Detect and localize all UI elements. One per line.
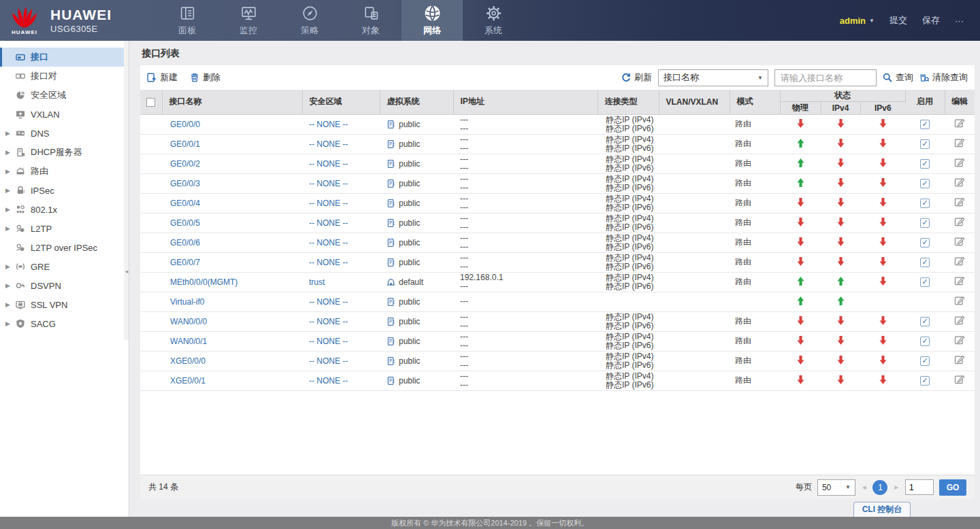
sidebar-item-dns[interactable]: ▶DNS: [0, 124, 129, 143]
edit-button[interactable]: [954, 137, 965, 148]
enable-checkbox[interactable]: ✓: [920, 199, 930, 208]
nav-tab-policy[interactable]: 策略: [279, 0, 340, 41]
sidebar-collapse-handle[interactable]: ◂: [124, 264, 129, 279]
interface-name-link[interactable]: GE0/0/1: [170, 139, 200, 149]
expand-arrow-icon[interactable]: ▶: [2, 282, 15, 289]
cli-console-button[interactable]: CLI 控制台: [853, 502, 911, 517]
expand-arrow-icon[interactable]: ▶: [2, 225, 15, 232]
edit-button[interactable]: [954, 216, 965, 227]
edit-button[interactable]: [954, 295, 965, 306]
nav-tab-panel[interactable]: 面板: [157, 0, 218, 41]
more-button[interactable]: ···: [955, 16, 964, 26]
clear-query-button[interactable]: 清除查询: [919, 71, 968, 84]
sidebar-item-ssl-vpn[interactable]: ▶SSL VPN: [0, 295, 129, 314]
enable-checkbox[interactable]: ✓: [920, 356, 930, 366]
interface-name-link[interactable]: WAN0/0/1: [170, 337, 207, 346]
expand-arrow-icon[interactable]: ▶: [2, 301, 15, 308]
sidebar-item-gre[interactable]: ▶GRE: [0, 257, 129, 276]
security-zone-link[interactable]: -- NONE --: [309, 179, 348, 188]
per-page-select[interactable]: 50 ▼: [817, 479, 855, 496]
security-zone-link[interactable]: -- NONE --: [309, 356, 348, 366]
edit-button[interactable]: [954, 118, 965, 129]
security-zone-link[interactable]: -- NONE --: [309, 337, 348, 346]
edit-button[interactable]: [954, 354, 965, 365]
edit-button[interactable]: [954, 374, 965, 385]
enable-checkbox[interactable]: ✓: [920, 238, 930, 248]
refresh-button[interactable]: 刷新: [621, 71, 652, 84]
edit-button[interactable]: [954, 157, 965, 168]
enable-checkbox[interactable]: ✓: [920, 159, 930, 169]
expand-arrow-icon[interactable]: ▶: [2, 130, 15, 137]
enable-checkbox[interactable]: ✓: [920, 376, 930, 386]
sidebar-item-l2tp-over-ipsec[interactable]: L2TP over IPSec: [0, 238, 129, 257]
expand-arrow-icon[interactable]: ▶: [2, 187, 15, 194]
enable-checkbox[interactable]: ✓: [920, 179, 930, 188]
edit-button[interactable]: [954, 197, 965, 207]
interface-name-link[interactable]: GE0/0/2: [170, 159, 200, 169]
sidebar-item-l2tp[interactable]: ▶L2TP: [0, 219, 129, 238]
interface-name-link[interactable]: GE0/0/5: [170, 218, 200, 228]
security-zone-link[interactable]: -- NONE --: [309, 159, 348, 169]
enable-checkbox[interactable]: ✓: [920, 337, 930, 346]
security-zone-link[interactable]: -- NONE --: [309, 199, 348, 208]
sidebar-item-interface-pair[interactable]: 接口对: [0, 67, 129, 86]
nav-tab-monitor[interactable]: 监控: [218, 0, 279, 41]
security-zone-link[interactable]: -- NONE --: [309, 218, 348, 228]
filter-field-select[interactable]: 接口名称 ▼: [658, 69, 768, 86]
security-zone-link[interactable]: -- NONE --: [309, 297, 348, 307]
edit-button[interactable]: [954, 177, 965, 188]
sidebar-scrollbar[interactable]: [124, 41, 129, 340]
edit-button[interactable]: [954, 256, 965, 267]
edit-button[interactable]: [954, 315, 965, 326]
interface-name-link[interactable]: XGE0/0/1: [170, 376, 206, 386]
nav-tab-network[interactable]: 网络: [402, 0, 463, 41]
go-button[interactable]: GO: [939, 479, 966, 496]
sidebar-item-vxlan[interactable]: VXLAN: [0, 105, 129, 124]
enable-checkbox[interactable]: ✓: [920, 120, 930, 129]
page-number-input[interactable]: [905, 479, 934, 495]
search-input[interactable]: [774, 69, 877, 86]
expand-arrow-icon[interactable]: ▶: [2, 168, 15, 175]
enable-checkbox[interactable]: ✓: [920, 139, 930, 149]
security-zone-link[interactable]: -- NONE --: [309, 120, 348, 129]
interface-name-link[interactable]: GE0/0/7: [170, 258, 200, 267]
current-page-badge[interactable]: 1: [872, 480, 887, 495]
interface-name-link[interactable]: WAN0/0/0: [170, 317, 207, 326]
select-all-checkbox[interactable]: [146, 98, 155, 107]
interface-name-link[interactable]: XGE0/0/0: [170, 356, 206, 366]
edit-button[interactable]: [954, 335, 965, 345]
enable-checkbox[interactable]: ✓: [920, 277, 930, 287]
next-page-arrow[interactable]: ▸: [893, 483, 900, 492]
expand-arrow-icon[interactable]: ▶: [2, 206, 15, 213]
prev-page-arrow[interactable]: ◂: [861, 483, 868, 492]
edit-button[interactable]: [954, 236, 965, 247]
new-button[interactable]: 新建: [147, 71, 178, 84]
sidebar-item-dsvpn[interactable]: ▶DSVPN: [0, 276, 129, 295]
sidebar-item-interface[interactable]: 接口: [0, 48, 129, 67]
expand-arrow-icon[interactable]: ▶: [2, 320, 15, 327]
security-zone-link[interactable]: -- NONE --: [309, 258, 348, 267]
sidebar-item-route[interactable]: ▶路由: [0, 162, 129, 181]
security-zone-link[interactable]: -- NONE --: [309, 317, 348, 326]
sidebar-item-sacg[interactable]: ▶SACG: [0, 314, 129, 333]
query-button[interactable]: 查询: [883, 71, 913, 84]
admin-menu[interactable]: admin ▼: [840, 16, 875, 26]
interface-name-link[interactable]: GE0/0/0: [170, 120, 200, 129]
interface-name-link[interactable]: GE0/0/6: [170, 238, 200, 248]
enable-checkbox[interactable]: ✓: [920, 258, 930, 267]
security-zone-link[interactable]: -- NONE --: [309, 376, 348, 386]
interface-name-link[interactable]: MEth0/0/0(MGMT): [170, 277, 238, 287]
security-zone-link[interactable]: -- NONE --: [309, 139, 348, 149]
security-zone-link[interactable]: -- NONE --: [309, 238, 348, 248]
expand-arrow-icon[interactable]: ▶: [2, 149, 15, 156]
interface-name-link[interactable]: Virtual-if0: [170, 297, 204, 307]
enable-checkbox[interactable]: ✓: [920, 218, 930, 228]
nav-tab-system[interactable]: 系统: [463, 0, 524, 41]
sidebar-item-ipsec[interactable]: ▶IPSec: [0, 181, 129, 200]
save-button[interactable]: 保存: [922, 14, 940, 27]
sidebar-item-dhcp-server[interactable]: ▶DHCP服务器: [0, 143, 129, 162]
interface-name-link[interactable]: GE0/0/4: [170, 199, 200, 208]
expand-arrow-icon[interactable]: ▶: [2, 263, 15, 270]
security-zone-link[interactable]: trust: [309, 277, 325, 287]
interface-name-link[interactable]: GE0/0/3: [170, 179, 200, 188]
